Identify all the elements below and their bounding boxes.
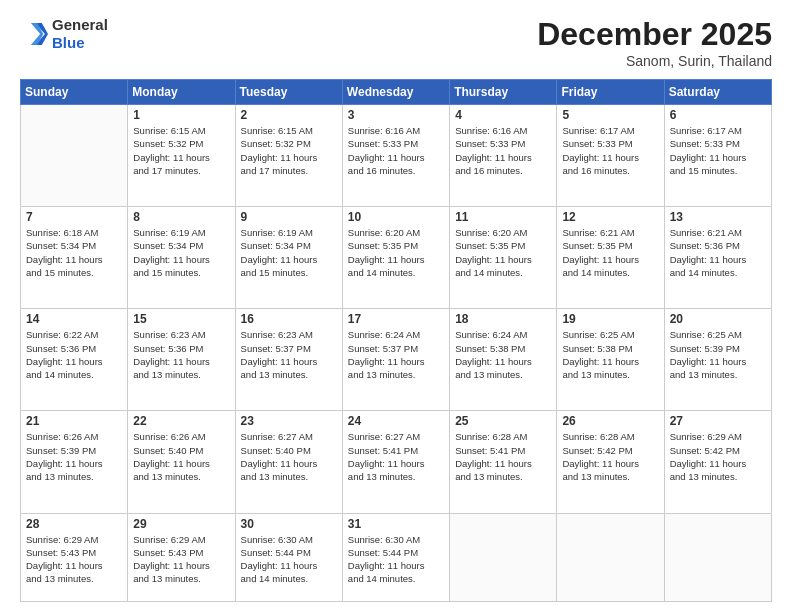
calendar-cell: 29Sunrise: 6:29 AM Sunset: 5:43 PM Dayli…: [128, 513, 235, 601]
page: General Blue December 2025 Sanom, Surin,…: [0, 0, 792, 612]
day-number: 10: [348, 210, 444, 224]
day-number: 15: [133, 312, 229, 326]
day-number: 17: [348, 312, 444, 326]
day-info: Sunrise: 6:21 AM Sunset: 5:36 PM Dayligh…: [670, 226, 766, 279]
col-sunday: Sunday: [21, 80, 128, 105]
calendar-cell: 6Sunrise: 6:17 AM Sunset: 5:33 PM Daylig…: [664, 105, 771, 207]
day-info: Sunrise: 6:22 AM Sunset: 5:36 PM Dayligh…: [26, 328, 122, 381]
calendar-cell: 15Sunrise: 6:23 AM Sunset: 5:36 PM Dayli…: [128, 309, 235, 411]
day-number: 31: [348, 517, 444, 531]
col-monday: Monday: [128, 80, 235, 105]
day-info: Sunrise: 6:23 AM Sunset: 5:36 PM Dayligh…: [133, 328, 229, 381]
day-number: 13: [670, 210, 766, 224]
calendar-week-row: 14Sunrise: 6:22 AM Sunset: 5:36 PM Dayli…: [21, 309, 772, 411]
day-number: 28: [26, 517, 122, 531]
day-info: Sunrise: 6:24 AM Sunset: 5:37 PM Dayligh…: [348, 328, 444, 381]
calendar-cell: 12Sunrise: 6:21 AM Sunset: 5:35 PM Dayli…: [557, 207, 664, 309]
day-number: 22: [133, 414, 229, 428]
calendar-cell: 23Sunrise: 6:27 AM Sunset: 5:40 PM Dayli…: [235, 411, 342, 513]
calendar-cell: 20Sunrise: 6:25 AM Sunset: 5:39 PM Dayli…: [664, 309, 771, 411]
calendar-cell: 13Sunrise: 6:21 AM Sunset: 5:36 PM Dayli…: [664, 207, 771, 309]
day-number: 24: [348, 414, 444, 428]
day-info: Sunrise: 6:16 AM Sunset: 5:33 PM Dayligh…: [455, 124, 551, 177]
day-info: Sunrise: 6:27 AM Sunset: 5:41 PM Dayligh…: [348, 430, 444, 483]
calendar-week-row: 7Sunrise: 6:18 AM Sunset: 5:34 PM Daylig…: [21, 207, 772, 309]
calendar-cell: 5Sunrise: 6:17 AM Sunset: 5:33 PM Daylig…: [557, 105, 664, 207]
day-info: Sunrise: 6:20 AM Sunset: 5:35 PM Dayligh…: [348, 226, 444, 279]
day-info: Sunrise: 6:30 AM Sunset: 5:44 PM Dayligh…: [241, 533, 337, 586]
day-info: Sunrise: 6:26 AM Sunset: 5:40 PM Dayligh…: [133, 430, 229, 483]
calendar-cell: 28Sunrise: 6:29 AM Sunset: 5:43 PM Dayli…: [21, 513, 128, 601]
col-wednesday: Wednesday: [342, 80, 449, 105]
day-info: Sunrise: 6:18 AM Sunset: 5:34 PM Dayligh…: [26, 226, 122, 279]
day-number: 2: [241, 108, 337, 122]
calendar-cell: [557, 513, 664, 601]
day-number: 11: [455, 210, 551, 224]
day-info: Sunrise: 6:29 AM Sunset: 5:43 PM Dayligh…: [26, 533, 122, 586]
calendar-cell: 31Sunrise: 6:30 AM Sunset: 5:44 PM Dayli…: [342, 513, 449, 601]
header: General Blue December 2025 Sanom, Surin,…: [20, 16, 772, 69]
day-info: Sunrise: 6:19 AM Sunset: 5:34 PM Dayligh…: [133, 226, 229, 279]
calendar-cell: 17Sunrise: 6:24 AM Sunset: 5:37 PM Dayli…: [342, 309, 449, 411]
calendar-week-row: 1Sunrise: 6:15 AM Sunset: 5:32 PM Daylig…: [21, 105, 772, 207]
calendar-cell: 8Sunrise: 6:19 AM Sunset: 5:34 PM Daylig…: [128, 207, 235, 309]
day-number: 18: [455, 312, 551, 326]
calendar-cell: 19Sunrise: 6:25 AM Sunset: 5:38 PM Dayli…: [557, 309, 664, 411]
day-number: 12: [562, 210, 658, 224]
calendar-cell: 14Sunrise: 6:22 AM Sunset: 5:36 PM Dayli…: [21, 309, 128, 411]
calendar-cell: 7Sunrise: 6:18 AM Sunset: 5:34 PM Daylig…: [21, 207, 128, 309]
day-info: Sunrise: 6:25 AM Sunset: 5:39 PM Dayligh…: [670, 328, 766, 381]
day-info: Sunrise: 6:29 AM Sunset: 5:42 PM Dayligh…: [670, 430, 766, 483]
calendar-cell: 11Sunrise: 6:20 AM Sunset: 5:35 PM Dayli…: [450, 207, 557, 309]
day-info: Sunrise: 6:17 AM Sunset: 5:33 PM Dayligh…: [670, 124, 766, 177]
day-info: Sunrise: 6:21 AM Sunset: 5:35 PM Dayligh…: [562, 226, 658, 279]
day-info: Sunrise: 6:25 AM Sunset: 5:38 PM Dayligh…: [562, 328, 658, 381]
calendar-cell: 2Sunrise: 6:15 AM Sunset: 5:32 PM Daylig…: [235, 105, 342, 207]
day-number: 27: [670, 414, 766, 428]
month-title: December 2025: [537, 16, 772, 53]
day-info: Sunrise: 6:29 AM Sunset: 5:43 PM Dayligh…: [133, 533, 229, 586]
logo-icon: [20, 20, 48, 48]
col-saturday: Saturday: [664, 80, 771, 105]
calendar-cell: 22Sunrise: 6:26 AM Sunset: 5:40 PM Dayli…: [128, 411, 235, 513]
calendar-cell: 27Sunrise: 6:29 AM Sunset: 5:42 PM Dayli…: [664, 411, 771, 513]
day-number: 14: [26, 312, 122, 326]
day-number: 6: [670, 108, 766, 122]
logo: General Blue: [20, 16, 108, 52]
calendar-table: Sunday Monday Tuesday Wednesday Thursday…: [20, 79, 772, 602]
day-number: 9: [241, 210, 337, 224]
day-number: 30: [241, 517, 337, 531]
location: Sanom, Surin, Thailand: [537, 53, 772, 69]
day-number: 21: [26, 414, 122, 428]
day-info: Sunrise: 6:28 AM Sunset: 5:42 PM Dayligh…: [562, 430, 658, 483]
logo-text: General Blue: [52, 16, 108, 52]
col-friday: Friday: [557, 80, 664, 105]
day-info: Sunrise: 6:27 AM Sunset: 5:40 PM Dayligh…: [241, 430, 337, 483]
calendar-cell: 18Sunrise: 6:24 AM Sunset: 5:38 PM Dayli…: [450, 309, 557, 411]
calendar-cell: 4Sunrise: 6:16 AM Sunset: 5:33 PM Daylig…: [450, 105, 557, 207]
title-block: December 2025 Sanom, Surin, Thailand: [537, 16, 772, 69]
calendar-cell: 1Sunrise: 6:15 AM Sunset: 5:32 PM Daylig…: [128, 105, 235, 207]
calendar-cell: 21Sunrise: 6:26 AM Sunset: 5:39 PM Dayli…: [21, 411, 128, 513]
day-info: Sunrise: 6:30 AM Sunset: 5:44 PM Dayligh…: [348, 533, 444, 586]
calendar-header-row: Sunday Monday Tuesday Wednesday Thursday…: [21, 80, 772, 105]
calendar-cell: 16Sunrise: 6:23 AM Sunset: 5:37 PM Dayli…: [235, 309, 342, 411]
day-number: 29: [133, 517, 229, 531]
day-number: 4: [455, 108, 551, 122]
day-number: 19: [562, 312, 658, 326]
day-info: Sunrise: 6:15 AM Sunset: 5:32 PM Dayligh…: [133, 124, 229, 177]
day-number: 25: [455, 414, 551, 428]
day-info: Sunrise: 6:28 AM Sunset: 5:41 PM Dayligh…: [455, 430, 551, 483]
calendar-cell: 24Sunrise: 6:27 AM Sunset: 5:41 PM Dayli…: [342, 411, 449, 513]
day-info: Sunrise: 6:17 AM Sunset: 5:33 PM Dayligh…: [562, 124, 658, 177]
calendar-cell: 25Sunrise: 6:28 AM Sunset: 5:41 PM Dayli…: [450, 411, 557, 513]
calendar-cell: 10Sunrise: 6:20 AM Sunset: 5:35 PM Dayli…: [342, 207, 449, 309]
day-info: Sunrise: 6:26 AM Sunset: 5:39 PM Dayligh…: [26, 430, 122, 483]
day-info: Sunrise: 6:16 AM Sunset: 5:33 PM Dayligh…: [348, 124, 444, 177]
day-info: Sunrise: 6:24 AM Sunset: 5:38 PM Dayligh…: [455, 328, 551, 381]
day-number: 3: [348, 108, 444, 122]
col-tuesday: Tuesday: [235, 80, 342, 105]
calendar-week-row: 21Sunrise: 6:26 AM Sunset: 5:39 PM Dayli…: [21, 411, 772, 513]
calendar-cell: 26Sunrise: 6:28 AM Sunset: 5:42 PM Dayli…: [557, 411, 664, 513]
col-thursday: Thursday: [450, 80, 557, 105]
